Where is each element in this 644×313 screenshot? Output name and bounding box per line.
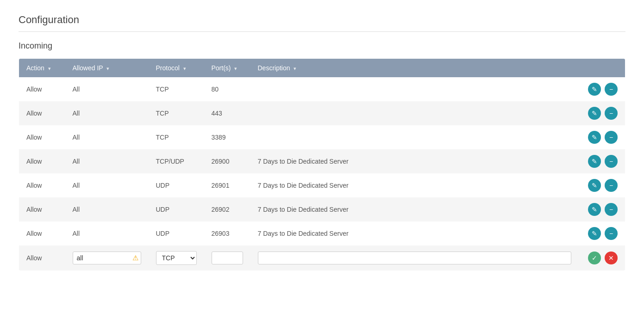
cell-row-actions: ✎ − xyxy=(579,197,625,221)
cell-ports: 26902 xyxy=(204,197,250,221)
edit-button[interactable]: ✎ xyxy=(588,179,601,192)
cell-ports: 26901 xyxy=(204,173,250,197)
new-row: Allow ⚠ TCPUDPTCP/UDP ✓ ✕ xyxy=(19,245,625,271)
cell-allowed-ip: All xyxy=(65,173,149,197)
remove-button[interactable]: − xyxy=(605,203,618,216)
cell-description xyxy=(250,125,579,149)
cell-ports: 80 xyxy=(204,77,250,101)
header-allowed-ip[interactable]: Allowed IP ▾ xyxy=(65,59,149,78)
cell-description xyxy=(250,101,579,125)
cell-row-actions: ✎ − xyxy=(579,149,625,173)
remove-button[interactable]: − xyxy=(605,155,618,168)
cell-row-actions: ✎ − xyxy=(579,125,625,149)
table-row: Allow All TCP/UDP 26900 7 Days to Die De… xyxy=(19,149,625,173)
ports-input[interactable] xyxy=(212,252,243,264)
sort-arrow-ports: ▾ xyxy=(234,66,237,71)
remove-button[interactable]: − xyxy=(605,131,618,144)
header-actions-btn xyxy=(579,59,625,78)
page-title: Configuration xyxy=(19,14,625,26)
cell-ports: 443 xyxy=(204,101,250,125)
cell-allowed-ip: All xyxy=(65,101,149,125)
sort-arrow-allowed-ip: ▾ xyxy=(106,66,109,71)
cell-protocol: UDP xyxy=(149,173,204,197)
description-input[interactable] xyxy=(258,252,572,264)
cell-description: 7 Days to Die Dedicated Server xyxy=(250,221,579,245)
header-action[interactable]: Action ▾ xyxy=(19,59,65,78)
cell-protocol: UDP xyxy=(149,221,204,245)
table-row: Allow All TCP 80 ✎ − xyxy=(19,77,625,101)
table-header: Action ▾ Allowed IP ▾ Protocol ▾ Port(s)… xyxy=(19,59,625,78)
cell-action: Allow xyxy=(19,221,65,245)
cell-row-actions: ✎ − xyxy=(579,101,625,125)
table-row: Allow All UDP 26903 7 Days to Die Dedica… xyxy=(19,221,625,245)
new-row-protocol-cell: TCPUDPTCP/UDP xyxy=(149,245,204,271)
new-row-allowed-ip-cell: ⚠ xyxy=(65,245,149,271)
cell-ports: 3389 xyxy=(204,125,250,149)
cell-protocol: TCP xyxy=(149,77,204,101)
edit-button[interactable]: ✎ xyxy=(588,107,601,120)
new-row-description-cell xyxy=(250,245,579,271)
edit-button[interactable]: ✎ xyxy=(588,155,601,168)
table-body: Allow All TCP 80 ✎ − Allow All TCP 443 ✎… xyxy=(19,77,625,271)
cell-row-actions: ✎ − xyxy=(579,77,625,101)
cell-action: Allow xyxy=(19,77,65,101)
remove-button[interactable]: − xyxy=(605,179,618,192)
cell-protocol: UDP xyxy=(149,197,204,221)
cell-description: 7 Days to Die Dedicated Server xyxy=(250,197,579,221)
remove-button[interactable]: − xyxy=(605,227,618,240)
confirm-button[interactable]: ✓ xyxy=(588,252,601,264)
cell-description: 7 Days to Die Dedicated Server xyxy=(250,149,579,173)
cell-allowed-ip: All xyxy=(65,77,149,101)
page-container: Configuration Incoming Action ▾ Allowed … xyxy=(0,0,644,285)
section-title: Incoming xyxy=(19,41,625,51)
header-ports[interactable]: Port(s) ▾ xyxy=(204,59,250,78)
table-row: Allow All TCP 443 ✎ − xyxy=(19,101,625,125)
remove-button[interactable]: − xyxy=(605,107,618,120)
cell-protocol: TCP/UDP xyxy=(149,149,204,173)
cell-row-actions: ✎ − xyxy=(579,173,625,197)
cell-description: 7 Days to Die Dedicated Server xyxy=(250,173,579,197)
cell-ports: 26900 xyxy=(204,149,250,173)
allowed-ip-input[interactable] xyxy=(73,252,141,264)
cell-allowed-ip: All xyxy=(65,149,149,173)
cell-protocol: TCP xyxy=(149,101,204,125)
edit-button[interactable]: ✎ xyxy=(588,227,601,240)
cell-ports: 26903 xyxy=(204,221,250,245)
edit-button[interactable]: ✎ xyxy=(588,131,601,144)
cell-allowed-ip: All xyxy=(65,221,149,245)
new-row-actions: ✓ ✕ xyxy=(579,245,625,271)
cell-protocol: TCP xyxy=(149,125,204,149)
cell-action: Allow xyxy=(19,197,65,221)
new-row-ports-cell xyxy=(204,245,250,271)
section-divider xyxy=(19,31,625,32)
sort-arrow-action: ▾ xyxy=(48,66,51,71)
protocol-select[interactable]: TCPUDPTCP/UDP xyxy=(156,251,197,265)
table-row: Allow All UDP 26902 7 Days to Die Dedica… xyxy=(19,197,625,221)
edit-button[interactable]: ✎ xyxy=(588,83,601,96)
cell-description xyxy=(250,77,579,101)
remove-button[interactable]: − xyxy=(605,83,618,96)
table-row: Allow All TCP 3389 ✎ − xyxy=(19,125,625,149)
header-description[interactable]: Description ▾ xyxy=(250,59,579,78)
sort-arrow-description: ▾ xyxy=(294,66,296,71)
firewall-table: Action ▾ Allowed IP ▾ Protocol ▾ Port(s)… xyxy=(19,58,625,271)
cell-action: Allow xyxy=(19,101,65,125)
table-row: Allow All UDP 26901 7 Days to Die Dedica… xyxy=(19,173,625,197)
cell-allowed-ip: All xyxy=(65,197,149,221)
cancel-button[interactable]: ✕ xyxy=(605,252,618,264)
header-protocol[interactable]: Protocol ▾ xyxy=(149,59,204,78)
sort-arrow-protocol: ▾ xyxy=(183,66,186,71)
cell-action: Allow xyxy=(19,173,65,197)
cell-action: Allow xyxy=(19,149,65,173)
edit-button[interactable]: ✎ xyxy=(588,203,601,216)
cell-row-actions: ✎ − xyxy=(579,221,625,245)
cell-allowed-ip: All xyxy=(65,125,149,149)
new-row-action: Allow xyxy=(19,245,65,271)
cell-action: Allow xyxy=(19,125,65,149)
